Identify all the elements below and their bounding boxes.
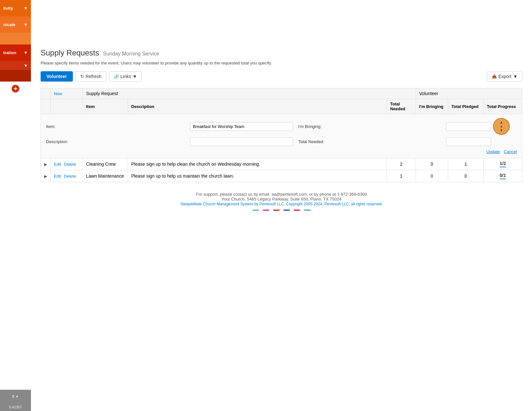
sidebar-item-activity[interactable]: tivity ▼ bbox=[0, 0, 31, 16]
footer-dot-4 bbox=[283, 210, 290, 211]
actions-cell-1: Edit Delete bbox=[51, 158, 83, 170]
th-im-bringing: I'm Bringing bbox=[416, 99, 448, 114]
address-text: Your Church, 5465 Legacy Parkway, Suite … bbox=[47, 197, 516, 201]
main-content: Supply Requests Sunday Morning Service P… bbox=[31, 0, 532, 411]
spinner-down-icon[interactable]: ▼ bbox=[500, 129, 503, 132]
footer-dots bbox=[47, 210, 516, 211]
total-needed-input[interactable] bbox=[446, 137, 491, 146]
sidebar-item-dark[interactable] bbox=[0, 70, 31, 82]
th-item: Item bbox=[83, 99, 128, 114]
sidebar-tration-chevron: ▼ bbox=[24, 50, 28, 55]
update-button[interactable]: Update bbox=[487, 149, 500, 154]
add-button[interactable]: + bbox=[11, 84, 20, 93]
copyright-link[interactable]: SteepleMate Church Management System by … bbox=[180, 202, 383, 206]
edit-link-2[interactable]: Edit bbox=[54, 174, 61, 179]
edit-link-1[interactable]: Edit bbox=[54, 162, 61, 167]
page-description: Please specify items needed for the even… bbox=[41, 61, 522, 65]
description-cell-1: Please sign up to help clean the church … bbox=[128, 158, 387, 170]
th-total-progress: Total Progress bbox=[484, 99, 522, 114]
footer-dot-3 bbox=[273, 210, 280, 211]
item-input[interactable] bbox=[190, 122, 293, 131]
spinner-widget[interactable]: ▲ ▲ ▼ bbox=[493, 118, 510, 135]
th-new: New bbox=[51, 88, 83, 99]
item-cell-2: Lawn Maintenance bbox=[83, 170, 128, 182]
support-text: For support, please contact us by email:… bbox=[47, 192, 516, 197]
th-volunteer-group: Volunteer bbox=[416, 88, 522, 99]
table-row: ▶ Edit Delete Lawn Maintenance Please si… bbox=[41, 170, 522, 182]
top-space bbox=[31, 0, 532, 42]
item-label: Item: bbox=[46, 124, 185, 129]
actions-cell-2: Edit Delete bbox=[51, 170, 83, 182]
export-chevron-icon: ▼ bbox=[513, 74, 517, 79]
delete-link-1[interactable]: Delete bbox=[64, 162, 76, 167]
cancel-button[interactable]: Cancel bbox=[504, 149, 517, 154]
sidebar-item-tration[interactable]: tration ▼ bbox=[0, 44, 31, 61]
table-row: ▶ Edit Delete Cleaning Crew Please sign … bbox=[41, 158, 522, 170]
total-pledged-cell-1: 1 bbox=[448, 158, 484, 170]
sidebar: tivity ▼ nicate ▼ tration ▼ ▼ + ft ▼ 5.4… bbox=[0, 0, 31, 411]
th-empty-1 bbox=[41, 88, 51, 99]
footer-dot-1 bbox=[252, 210, 259, 211]
sidebar-communicate-chevron: ▼ bbox=[24, 22, 28, 27]
im-bringing-cell-2: 0 bbox=[416, 170, 448, 182]
footer: For support, please contact us by email:… bbox=[41, 182, 522, 217]
inline-edit-row: Item: I'm Bringing: ▲ ▲ ▼ bbox=[41, 114, 522, 158]
spinner-up-icon[interactable]: ▲ bbox=[500, 121, 503, 124]
th-supply-request-group: Supply Request bbox=[83, 88, 416, 99]
refresh-button[interactable]: Refresh bbox=[75, 71, 106, 82]
link-icon bbox=[114, 74, 119, 79]
footer-dot-2 bbox=[263, 210, 269, 211]
new-link[interactable]: New bbox=[54, 91, 62, 96]
sidebar-arrow-icon: ▼ bbox=[24, 63, 28, 68]
links-chevron-icon: ▼ bbox=[133, 74, 137, 79]
export-button[interactable]: Export ▼ bbox=[487, 71, 522, 82]
export-label: Export bbox=[498, 74, 511, 79]
refresh-label: Refresh bbox=[86, 74, 102, 79]
total-progress-cell-2: 0/1 bbox=[484, 170, 522, 182]
total-needed-cell-1: 2 bbox=[387, 158, 416, 170]
im-bringing-label: I'm Bringing: bbox=[298, 124, 441, 129]
refresh-icon bbox=[80, 74, 84, 79]
plus-icon: + bbox=[14, 85, 17, 93]
sidebar-communicate-label: nicate bbox=[3, 22, 15, 27]
sidebar-activity-chevron: ▼ bbox=[24, 6, 28, 11]
total-progress-cell-1: 1/2 bbox=[484, 158, 522, 170]
links-button[interactable]: Links ▼ bbox=[109, 71, 142, 82]
im-bringing-cell-1: 0 bbox=[416, 158, 448, 170]
expand-icon-1[interactable]: ▶ bbox=[44, 162, 47, 167]
total-needed-cell-2: 1 bbox=[387, 170, 416, 182]
page-subtitle: Sunday Morning Service bbox=[103, 51, 159, 57]
item-cell-1: Cleaning Crew bbox=[83, 158, 128, 170]
sidebar-item-communicate[interactable]: nicate ▼ bbox=[0, 16, 31, 33]
footer-dot-6 bbox=[304, 210, 310, 211]
description-input[interactable] bbox=[190, 137, 293, 146]
sidebar-item-orange2[interactable] bbox=[0, 33, 31, 44]
description-label: Description: bbox=[46, 139, 185, 144]
sidebar-item-arrow[interactable]: ▼ bbox=[0, 61, 31, 70]
supply-table: New Supply Request Volunteer Item Descri… bbox=[41, 88, 522, 182]
delete-link-2[interactable]: Delete bbox=[64, 174, 76, 179]
volunteer-button[interactable]: Volunteer bbox=[41, 71, 73, 82]
th-expand-col bbox=[41, 99, 51, 114]
footer-dot-5 bbox=[294, 210, 300, 211]
toolbar: Volunteer Refresh Links ▼ Export ▼ bbox=[41, 71, 522, 82]
total-needed-label: Total Needed: bbox=[298, 139, 441, 144]
sidebar-activity-label: tivity bbox=[3, 6, 13, 11]
content-area: Supply Requests Sunday Morning Service P… bbox=[31, 42, 532, 411]
sidebar-version: 5.41357 bbox=[0, 403, 31, 411]
im-bringing-input[interactable] bbox=[446, 122, 491, 131]
page-title: Supply Requests bbox=[41, 48, 99, 57]
th-actions-col bbox=[51, 99, 83, 114]
sidebar-tration-label: tration bbox=[3, 50, 16, 55]
expand-cell-2[interactable]: ▶ bbox=[41, 170, 51, 182]
description-cell-2: Please sign up to help us maintain the c… bbox=[128, 170, 387, 182]
th-total-pledged: Total Pledged bbox=[448, 99, 484, 114]
links-label: Links bbox=[121, 74, 131, 79]
expand-cell-1[interactable]: ▶ bbox=[41, 158, 51, 170]
sidebar-bottom-item[interactable]: ft ▼ bbox=[0, 390, 31, 403]
sidebar-bottom-label: ft ▼ bbox=[12, 394, 19, 399]
export-icon bbox=[492, 74, 497, 79]
expand-icon-2[interactable]: ▶ bbox=[44, 174, 47, 179]
total-pledged-cell-2: 0 bbox=[448, 170, 484, 182]
th-description: Description bbox=[128, 99, 387, 114]
